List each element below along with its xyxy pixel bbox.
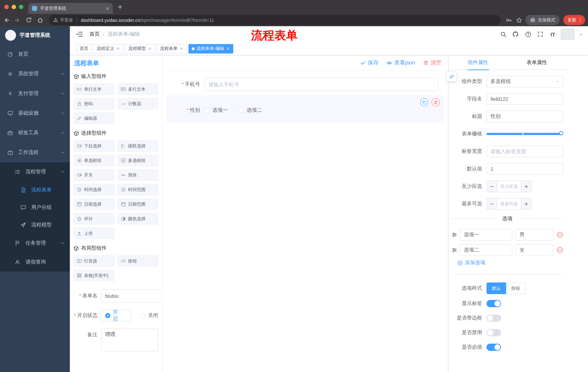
title-input[interactable] (486, 111, 563, 122)
security-chip[interactable]: 不安全 (53, 17, 73, 23)
tag-home[interactable]: 首页 (76, 44, 92, 53)
window-zoom-button[interactable] (19, 5, 23, 9)
palette-item-checkbox-group[interactable]: 多选框组 (117, 155, 158, 166)
palette-item-time-range[interactable]: 时间范围 (117, 184, 158, 195)
palette-item-single-line-text[interactable]: 单行文本 (74, 83, 114, 95)
new-tab-button[interactable] (117, 4, 123, 10)
clear-button[interactable]: 清空 (423, 59, 441, 66)
app-logo[interactable]: 芋道管理系统 (0, 26, 70, 44)
max-select-input[interactable] (497, 198, 521, 209)
palette-item-cascader[interactable]: 级联选择 (117, 140, 158, 152)
tag-process-form[interactable]: 流程表单 (157, 44, 187, 53)
tag-process-model[interactable]: 流程模型 (125, 44, 155, 53)
palette-item-row-container[interactable]: 行容器 (74, 255, 114, 267)
slider-handle[interactable] (559, 131, 563, 135)
palette-item-radio-group[interactable]: 单选框组 (74, 155, 114, 166)
option-2-value-input[interactable] (515, 244, 553, 256)
sidebar-item-process-management[interactable]: 流程管理 (0, 162, 70, 181)
home-button[interactable] (35, 15, 45, 25)
option-1-label-input[interactable] (460, 229, 512, 241)
panel-link-button[interactable] (447, 72, 456, 81)
default-value-input[interactable] (486, 163, 563, 175)
sidebar-item-user-groups[interactable]: 用户分组 (0, 199, 70, 216)
tag-process-definition[interactable]: 流程定义 (94, 44, 123, 53)
border-switch[interactable] (486, 315, 501, 322)
fullscreen-button[interactable] (536, 30, 545, 39)
gender-option-1-checkbox[interactable]: 选项一 (204, 107, 228, 114)
close-icon[interactable] (116, 47, 120, 51)
view-json-button[interactable]: 查看json (387, 59, 415, 66)
sidebar-item-devtools[interactable]: 研发工具 (0, 123, 70, 143)
close-icon[interactable] (179, 47, 183, 51)
reload-button[interactable] (24, 15, 34, 25)
palette-item-slider[interactable]: 滑块 (117, 169, 158, 181)
palette-item-counter[interactable]: 计数器 (117, 98, 158, 110)
min-select-input[interactable] (497, 181, 521, 192)
option-drag-icon[interactable] (452, 247, 457, 253)
palette-item-table[interactable]: 表格[开发中] (74, 270, 114, 281)
palette-item-password[interactable]: 密码 (74, 98, 114, 110)
form-grid-slider[interactable] (486, 128, 563, 140)
header-search-button[interactable] (499, 30, 508, 39)
slider-track[interactable] (486, 133, 563, 135)
option-style-default-button[interactable]: 默认 (486, 282, 506, 294)
remove-option-icon[interactable] (557, 232, 563, 238)
palette-item-select[interactable]: 下拉选择 (74, 140, 114, 152)
canvas-field-phone[interactable]: *手机号 (167, 78, 443, 91)
palette-item-color-picker[interactable]: 颜色选择 (117, 213, 158, 224)
palette-item-button[interactable]: 按钮 (117, 255, 158, 267)
copy-component-button[interactable] (420, 98, 428, 106)
tab-close-icon[interactable] (105, 6, 110, 11)
increase-button[interactable] (521, 181, 531, 192)
delete-component-button[interactable] (431, 98, 440, 106)
sidebar-item-process-model[interactable]: 流程模型 (0, 216, 70, 234)
forward-button[interactable] (12, 15, 22, 25)
tag-process-form-edit[interactable]: 流程表单-编辑 (189, 44, 233, 53)
password-key-button[interactable] (504, 15, 514, 25)
phone-input[interactable] (204, 78, 439, 91)
browser-tab[interactable]: 芋道管理系统 (28, 3, 113, 14)
field-name-input[interactable] (486, 93, 563, 105)
status-off-radio[interactable]: 关闭 (140, 312, 158, 319)
label-width-input[interactable] (486, 146, 563, 157)
sidebar-item-leave-query[interactable]: 请假查询 (0, 253, 70, 272)
option-1-value-input[interactable] (515, 229, 553, 241)
palette-item-editor[interactable]: 编辑器 (74, 112, 114, 124)
window-close-button[interactable] (4, 5, 9, 9)
save-button[interactable]: 保存 (360, 59, 378, 66)
sidebar-item-workflow[interactable]: 工作流程 (0, 143, 70, 162)
sidebar-item-system[interactable]: 系统管理 (0, 64, 70, 84)
increase-button[interactable] (521, 198, 531, 209)
address-bar[interactable]: 不安全 dashboard.yudao.iocoder.cn /bpm/mana… (49, 15, 501, 25)
tab-form-props[interactable]: 表单属性 (507, 55, 566, 70)
component-type-select[interactable]: 多选框组 (486, 76, 563, 87)
avatar-caret-icon[interactable] (579, 32, 583, 36)
palette-item-time-picker[interactable]: 时间选择 (74, 184, 114, 195)
breadcrumb-home[interactable]: 首页 (90, 31, 100, 37)
palette-item-date-picker[interactable]: 日期选择 (74, 198, 114, 210)
remove-option-icon[interactable] (557, 247, 563, 253)
palette-item-date-range[interactable]: 日期范围 (117, 198, 158, 210)
palette-item-upload[interactable]: 上传 (74, 227, 114, 239)
sidebar-item-infra[interactable]: 基础设施 (0, 103, 70, 123)
option-drag-icon[interactable] (452, 232, 457, 238)
form-remark-textarea[interactable]: 嘿嘿 (101, 329, 158, 351)
palette-item-rate[interactable]: 评分 (74, 213, 114, 224)
display-label-switch[interactable] (486, 300, 501, 307)
sidebar-item-home[interactable]: 首页 (0, 44, 70, 64)
canvas-field-gender-selected[interactable]: *性别 选项一 选项二 (167, 95, 444, 123)
font-size-button[interactable]: tT (548, 30, 557, 39)
github-link[interactable] (511, 30, 520, 39)
sidebar-item-process-form[interactable]: 流程表单 (0, 181, 70, 199)
sidebar-item-task-management[interactable]: 任务管理 (0, 234, 70, 253)
window-minimize-button[interactable] (12, 5, 16, 9)
gender-option-2-checkbox[interactable]: 选项二 (239, 107, 262, 114)
close-icon[interactable] (148, 47, 152, 51)
decrease-button[interactable] (487, 181, 497, 192)
add-option-button[interactable]: 添加选项 (457, 260, 563, 266)
option-style-button-button[interactable]: 按钮 (506, 282, 525, 294)
form-name-input[interactable] (101, 289, 162, 302)
close-icon[interactable] (226, 47, 230, 51)
required-switch[interactable] (486, 344, 501, 351)
bookmark-star-button[interactable] (514, 15, 524, 25)
